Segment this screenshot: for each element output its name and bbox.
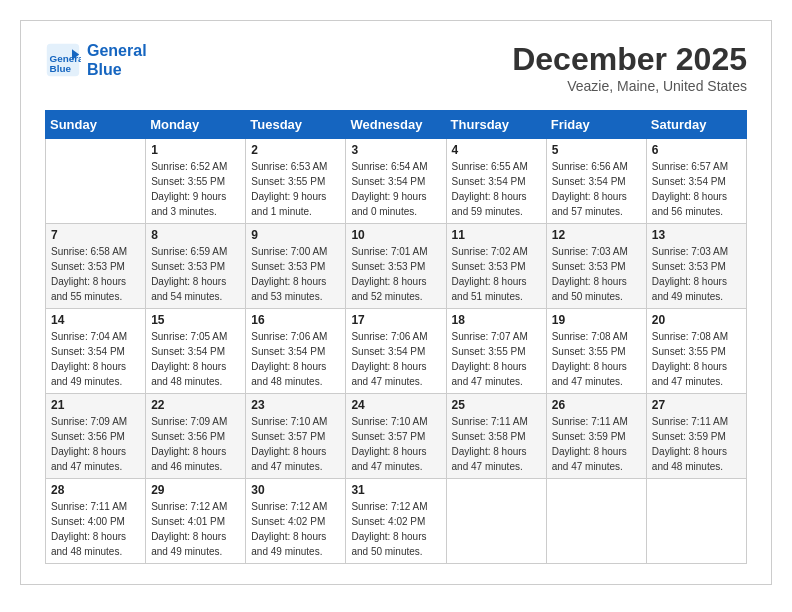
day-info: Sunrise: 7:11 AMSunset: 3:59 PMDaylight:… xyxy=(552,414,641,474)
day-cell: 16Sunrise: 7:06 AMSunset: 3:54 PMDayligh… xyxy=(246,309,346,394)
day-number: 16 xyxy=(251,313,340,327)
day-number: 28 xyxy=(51,483,140,497)
day-cell: 10Sunrise: 7:01 AMSunset: 3:53 PMDayligh… xyxy=(346,224,446,309)
day-number: 26 xyxy=(552,398,641,412)
day-info: Sunrise: 7:03 AMSunset: 3:53 PMDaylight:… xyxy=(652,244,741,304)
day-number: 25 xyxy=(452,398,541,412)
week-row-1: 1Sunrise: 6:52 AMSunset: 3:55 PMDaylight… xyxy=(46,139,747,224)
day-cell xyxy=(546,479,646,564)
day-cell: 20Sunrise: 7:08 AMSunset: 3:55 PMDayligh… xyxy=(646,309,746,394)
day-cell: 14Sunrise: 7:04 AMSunset: 3:54 PMDayligh… xyxy=(46,309,146,394)
day-cell: 15Sunrise: 7:05 AMSunset: 3:54 PMDayligh… xyxy=(146,309,246,394)
day-info: Sunrise: 7:11 AMSunset: 3:58 PMDaylight:… xyxy=(452,414,541,474)
week-row-5: 28Sunrise: 7:11 AMSunset: 4:00 PMDayligh… xyxy=(46,479,747,564)
day-info: Sunrise: 7:08 AMSunset: 3:55 PMDaylight:… xyxy=(652,329,741,389)
day-number: 15 xyxy=(151,313,240,327)
day-info: Sunrise: 7:06 AMSunset: 3:54 PMDaylight:… xyxy=(351,329,440,389)
calendar-page: General Blue General Blue December 2025 … xyxy=(20,20,772,585)
title-block: December 2025 Veazie, Maine, United Stat… xyxy=(512,41,747,94)
day-cell: 19Sunrise: 7:08 AMSunset: 3:55 PMDayligh… xyxy=(546,309,646,394)
header-cell-wednesday: Wednesday xyxy=(346,111,446,139)
day-info: Sunrise: 7:06 AMSunset: 3:54 PMDaylight:… xyxy=(251,329,340,389)
day-info: Sunrise: 7:07 AMSunset: 3:55 PMDaylight:… xyxy=(452,329,541,389)
day-cell xyxy=(446,479,546,564)
day-info: Sunrise: 7:12 AMSunset: 4:02 PMDaylight:… xyxy=(351,499,440,559)
day-info: Sunrise: 7:02 AMSunset: 3:53 PMDaylight:… xyxy=(452,244,541,304)
day-cell: 9Sunrise: 7:00 AMSunset: 3:53 PMDaylight… xyxy=(246,224,346,309)
day-cell: 25Sunrise: 7:11 AMSunset: 3:58 PMDayligh… xyxy=(446,394,546,479)
day-cell: 2Sunrise: 6:53 AMSunset: 3:55 PMDaylight… xyxy=(246,139,346,224)
header-cell-friday: Friday xyxy=(546,111,646,139)
day-cell: 28Sunrise: 7:11 AMSunset: 4:00 PMDayligh… xyxy=(46,479,146,564)
day-info: Sunrise: 6:52 AMSunset: 3:55 PMDaylight:… xyxy=(151,159,240,219)
day-cell: 21Sunrise: 7:09 AMSunset: 3:56 PMDayligh… xyxy=(46,394,146,479)
day-number: 18 xyxy=(452,313,541,327)
day-info: Sunrise: 7:00 AMSunset: 3:53 PMDaylight:… xyxy=(251,244,340,304)
day-cell: 5Sunrise: 6:56 AMSunset: 3:54 PMDaylight… xyxy=(546,139,646,224)
day-info: Sunrise: 7:12 AMSunset: 4:02 PMDaylight:… xyxy=(251,499,340,559)
day-number: 14 xyxy=(51,313,140,327)
day-cell: 4Sunrise: 6:55 AMSunset: 3:54 PMDaylight… xyxy=(446,139,546,224)
day-number: 30 xyxy=(251,483,340,497)
day-number: 29 xyxy=(151,483,240,497)
day-number: 13 xyxy=(652,228,741,242)
day-info: Sunrise: 6:54 AMSunset: 3:54 PMDaylight:… xyxy=(351,159,440,219)
header-row: SundayMondayTuesdayWednesdayThursdayFrid… xyxy=(46,111,747,139)
week-row-4: 21Sunrise: 7:09 AMSunset: 3:56 PMDayligh… xyxy=(46,394,747,479)
day-number: 4 xyxy=(452,143,541,157)
logo: General Blue General Blue xyxy=(45,41,147,79)
day-info: Sunrise: 7:09 AMSunset: 3:56 PMDaylight:… xyxy=(51,414,140,474)
day-info: Sunrise: 7:11 AMSunset: 4:00 PMDaylight:… xyxy=(51,499,140,559)
day-info: Sunrise: 7:12 AMSunset: 4:01 PMDaylight:… xyxy=(151,499,240,559)
day-cell: 27Sunrise: 7:11 AMSunset: 3:59 PMDayligh… xyxy=(646,394,746,479)
day-cell: 7Sunrise: 6:58 AMSunset: 3:53 PMDaylight… xyxy=(46,224,146,309)
day-info: Sunrise: 7:10 AMSunset: 3:57 PMDaylight:… xyxy=(351,414,440,474)
day-cell: 24Sunrise: 7:10 AMSunset: 3:57 PMDayligh… xyxy=(346,394,446,479)
day-info: Sunrise: 7:08 AMSunset: 3:55 PMDaylight:… xyxy=(552,329,641,389)
calendar-subtitle: Veazie, Maine, United States xyxy=(512,78,747,94)
day-number: 19 xyxy=(552,313,641,327)
logo-text2: Blue xyxy=(87,60,147,79)
header-cell-tuesday: Tuesday xyxy=(246,111,346,139)
day-number: 5 xyxy=(552,143,641,157)
day-number: 17 xyxy=(351,313,440,327)
day-info: Sunrise: 7:09 AMSunset: 3:56 PMDaylight:… xyxy=(151,414,240,474)
day-info: Sunrise: 7:04 AMSunset: 3:54 PMDaylight:… xyxy=(51,329,140,389)
day-info: Sunrise: 6:56 AMSunset: 3:54 PMDaylight:… xyxy=(552,159,641,219)
day-number: 8 xyxy=(151,228,240,242)
day-cell: 8Sunrise: 6:59 AMSunset: 3:53 PMDaylight… xyxy=(146,224,246,309)
day-info: Sunrise: 6:58 AMSunset: 3:53 PMDaylight:… xyxy=(51,244,140,304)
day-number: 11 xyxy=(452,228,541,242)
header-cell-saturday: Saturday xyxy=(646,111,746,139)
day-number: 12 xyxy=(552,228,641,242)
day-cell: 3Sunrise: 6:54 AMSunset: 3:54 PMDaylight… xyxy=(346,139,446,224)
day-cell: 26Sunrise: 7:11 AMSunset: 3:59 PMDayligh… xyxy=(546,394,646,479)
header-cell-sunday: Sunday xyxy=(46,111,146,139)
day-info: Sunrise: 6:53 AMSunset: 3:55 PMDaylight:… xyxy=(251,159,340,219)
day-info: Sunrise: 6:55 AMSunset: 3:54 PMDaylight:… xyxy=(452,159,541,219)
day-info: Sunrise: 7:03 AMSunset: 3:53 PMDaylight:… xyxy=(552,244,641,304)
day-cell: 31Sunrise: 7:12 AMSunset: 4:02 PMDayligh… xyxy=(346,479,446,564)
day-number: 31 xyxy=(351,483,440,497)
day-cell: 17Sunrise: 7:06 AMSunset: 3:54 PMDayligh… xyxy=(346,309,446,394)
logo-icon: General Blue xyxy=(45,42,81,78)
day-info: Sunrise: 7:11 AMSunset: 3:59 PMDaylight:… xyxy=(652,414,741,474)
day-info: Sunrise: 6:59 AMSunset: 3:53 PMDaylight:… xyxy=(151,244,240,304)
calendar-table: SundayMondayTuesdayWednesdayThursdayFrid… xyxy=(45,110,747,564)
day-cell: 13Sunrise: 7:03 AMSunset: 3:53 PMDayligh… xyxy=(646,224,746,309)
day-cell xyxy=(46,139,146,224)
day-number: 2 xyxy=(251,143,340,157)
day-cell: 23Sunrise: 7:10 AMSunset: 3:57 PMDayligh… xyxy=(246,394,346,479)
day-info: Sunrise: 7:10 AMSunset: 3:57 PMDaylight:… xyxy=(251,414,340,474)
day-number: 27 xyxy=(652,398,741,412)
day-info: Sunrise: 7:01 AMSunset: 3:53 PMDaylight:… xyxy=(351,244,440,304)
calendar-title: December 2025 xyxy=(512,41,747,78)
day-number: 1 xyxy=(151,143,240,157)
week-row-3: 14Sunrise: 7:04 AMSunset: 3:54 PMDayligh… xyxy=(46,309,747,394)
week-row-2: 7Sunrise: 6:58 AMSunset: 3:53 PMDaylight… xyxy=(46,224,747,309)
header: General Blue General Blue December 2025 … xyxy=(45,41,747,94)
day-cell: 22Sunrise: 7:09 AMSunset: 3:56 PMDayligh… xyxy=(146,394,246,479)
logo-text: General xyxy=(87,41,147,60)
day-cell: 30Sunrise: 7:12 AMSunset: 4:02 PMDayligh… xyxy=(246,479,346,564)
day-info: Sunrise: 6:57 AMSunset: 3:54 PMDaylight:… xyxy=(652,159,741,219)
